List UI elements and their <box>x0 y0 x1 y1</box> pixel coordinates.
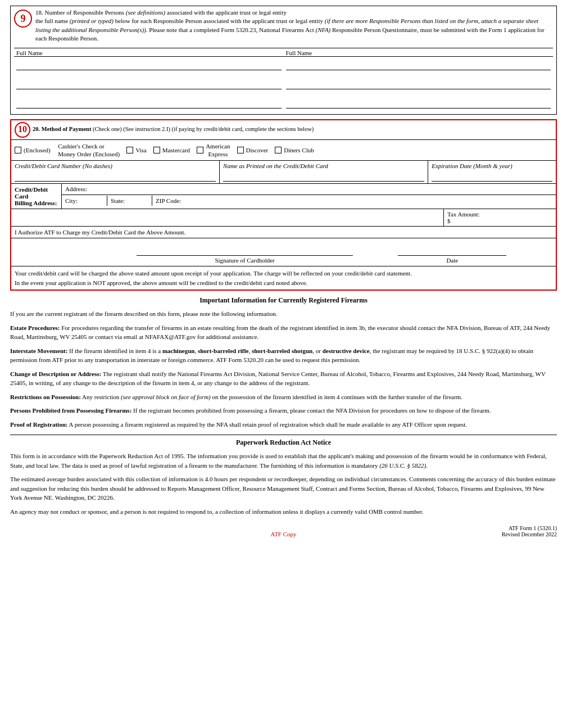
signature-label: Signature of Cardholder <box>215 257 274 264</box>
checkbox-discover[interactable] <box>237 147 244 153</box>
expiration-label: Expiration Date (Month & year) <box>432 162 512 169</box>
authorize-row: I Authorize ATF to Charge my Credit/Debi… <box>11 227 556 238</box>
estate-para: Estate Procedures: For procedures regard… <box>10 323 557 342</box>
section-18-body1: the full name <box>35 17 70 24</box>
full-name-col-2: Full Name <box>284 49 554 56</box>
section-20-header: 1020. Method of Payment (Check one) (See… <box>11 120 556 140</box>
discover-label: Discover <box>246 147 269 153</box>
enclosed-label: (Enclosed) <box>24 147 51 153</box>
interstate-bold4: destructive device <box>323 347 370 354</box>
checkbox-mastercard[interactable] <box>153 147 160 153</box>
paperwork-para1: This form is in accordance with the Pape… <box>10 451 557 470</box>
restrictions-para: Restrictions on Possession: Any restrict… <box>10 392 557 402</box>
tax-box: Tax Amount:$ <box>443 209 556 226</box>
name-line-5[interactable] <box>286 78 551 89</box>
checkbox-visa[interactable] <box>126 147 133 153</box>
paperwork-para3: An agency may not conduct or sponsor, an… <box>10 507 557 517</box>
card-number-field: Credit/Debit Card Number (No dashes) <box>11 161 220 183</box>
estate-text: For procedures regarding the transfer of… <box>10 324 550 341</box>
state-label-text: State: <box>111 197 125 204</box>
name-line-6[interactable] <box>286 97 551 108</box>
change-title: Change of Description or Address: <box>10 370 101 377</box>
billing-label: Credit/Debit CardBilling Address: <box>11 184 62 209</box>
card-number-label: Credit/Debit Card Number (No dashes) <box>15 162 112 169</box>
proof-title: Proof of Registration: <box>10 421 67 428</box>
date-col: Date <box>398 243 506 264</box>
card-fields-row: Credit/Debit Card Number (No dashes) Nam… <box>11 161 556 184</box>
section-18-body2: below for each Responsible Person associ… <box>114 17 325 24</box>
section-18-body-italic1: (printed or typed) <box>70 17 114 24</box>
section-18-label-prefix: 18. Number of Responsible Persons <box>35 9 126 16</box>
zip-area: ZIP Code: <box>152 196 556 206</box>
section-18-label-italic: (see definitions) <box>126 9 166 16</box>
paperwork-para2: The estimated average burden associated … <box>10 474 557 503</box>
interstate-text: If the firearm identified in item 4 is a <box>67 347 162 354</box>
form-info: ATF Form 1 (5320.1)Revised December 2022 <box>502 525 557 537</box>
footer-row: ATF Copy ATF Form 1 (5320.1)Revised Dece… <box>10 522 557 537</box>
tax-row: Tax Amount:$ <box>11 209 556 227</box>
paperwork-title: Paperwork Reduction Act Notice <box>10 438 557 447</box>
name-line-2[interactable] <box>16 78 282 89</box>
address-label: Address: <box>65 186 87 192</box>
card-notice-line2: In the event your application is NOT app… <box>15 279 307 286</box>
prohibited-para: Persons Prohibited from Possessing Firea… <box>10 406 557 415</box>
visa-label: Visa <box>135 147 147 153</box>
interstate-bold1: machinegun <box>162 347 194 354</box>
card-name-field: Name as Printed on the Credit/Debit Card <box>220 161 428 183</box>
checkbox-diners[interactable] <box>275 147 282 153</box>
name-col-right <box>284 57 554 111</box>
section-18-body3: Please note that a completed Form 5320.2… <box>148 26 316 33</box>
billing-label-text: Credit/Debit CardBilling Address: <box>15 186 58 206</box>
checkbox-amex[interactable] <box>197 147 203 153</box>
mastercard-label: Mastercard <box>162 147 190 153</box>
card-exp-field: Expiration Date (Month & year) <box>428 161 556 183</box>
paperwork-para1-italic: (26 U.S.C. § 5822). <box>379 462 428 469</box>
card-notice-line1: Your credit/debit card will be charged t… <box>15 270 412 277</box>
estate-title: Estate Procedures: <box>10 324 60 331</box>
full-name-label-1: Full Name <box>16 49 43 56</box>
restrictions-text2: on the possession of the firearm identif… <box>211 394 462 400</box>
full-name-col-1: Full Name <box>14 49 284 56</box>
payment-diners: Diners Club <box>275 147 314 153</box>
section-10-badge: 10 <box>15 122 30 138</box>
footer-right: ATF Form 1 (5320.1)Revised December 2022 <box>467 525 557 537</box>
footer-center: ATF Copy <box>100 531 467 537</box>
city-label-text: City: <box>65 197 78 204</box>
date-label: Date <box>446 257 458 264</box>
tax-label: Tax Amount:$ <box>447 211 480 224</box>
interstate-comma3: , or <box>312 347 322 354</box>
paperwork-section: Paperwork Reduction Act Notice This form… <box>10 435 557 516</box>
billing-address-row: Address: <box>62 184 556 195</box>
card-notice: Your credit/debit card will be charged t… <box>11 266 556 290</box>
section-18-label-suffix: associated with the applicant trust or l… <box>165 9 287 16</box>
important-intro: If you are the current registrant of the… <box>10 309 557 319</box>
name-line-4[interactable] <box>286 59 551 70</box>
section-18: 9 18. Number of Responsible Persons (see… <box>10 6 557 115</box>
name-line-1[interactable] <box>16 59 282 70</box>
interstate-para: Interstate Movement: If the firearm iden… <box>10 346 557 365</box>
date-line[interactable] <box>398 243 506 256</box>
signature-row: Signature of Cardholder Date <box>11 238 556 266</box>
signature-line[interactable] <box>137 243 353 256</box>
cashiers-line2: Money Order (Enclosed) <box>58 150 120 158</box>
checkbox-enclosed[interactable] <box>15 147 21 153</box>
signature-col: Signature of Cardholder <box>137 243 353 264</box>
billing-city-row: City: State: ZIP Code: <box>62 195 556 206</box>
name-line-3[interactable] <box>16 97 282 108</box>
authorize-text: I Authorize ATF to Charge my Credit/Debi… <box>15 229 185 236</box>
name-lines-container <box>14 56 553 111</box>
interstate-title: Interstate Movement: <box>10 347 67 354</box>
payment-amex: American Express <box>197 142 230 159</box>
full-name-label-2: Full Name <box>286 49 312 56</box>
full-name-headers: Full Name Full Name <box>14 48 553 56</box>
payment-visa: Visa <box>126 147 147 153</box>
paperwork-para1-text: This form is in accordance with the Pape… <box>10 453 547 469</box>
card-name-label: Name as Printed on the Credit/Debit Card <box>223 162 328 169</box>
restrictions-italic: (see approval block on face of form) <box>121 394 211 400</box>
zip-label-text: ZIP Code: <box>156 197 181 204</box>
section-20-header-italic: (Check one) (See instruction 2.I) (if pa… <box>93 126 314 132</box>
payment-discover: Discover <box>237 147 269 153</box>
interstate-bold3: short-barreled shotgun <box>252 347 312 354</box>
proof-text: A person possessing a firearm registered… <box>67 421 467 428</box>
restrictions-text: Any restriction <box>81 394 121 400</box>
